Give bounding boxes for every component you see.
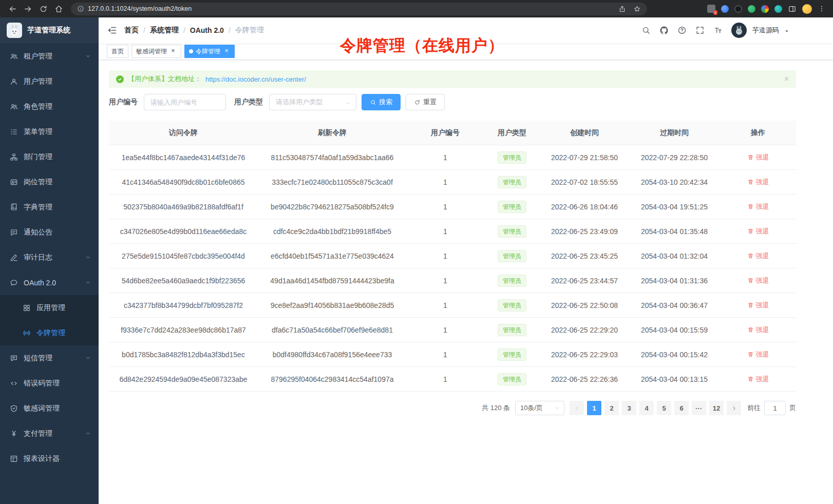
sidebar-item-角色管理[interactable]: 角色管理 <box>0 94 99 119</box>
breadcrumb-item-首页[interactable]: 首页 <box>124 26 139 35</box>
sidebar-collapse-icon[interactable] <box>107 25 117 35</box>
search-button[interactable]: 搜索 <box>362 94 401 110</box>
cell-user-id: 1 <box>407 367 484 391</box>
force-logout-button[interactable]: 强退 <box>747 202 769 211</box>
cell-action: 强退 <box>720 244 796 268</box>
sidebar-item-令牌管理[interactable]: 令牌管理 <box>0 320 99 345</box>
tab-首页[interactable]: 首页 <box>107 45 128 58</box>
user-type-badge: 管理员 <box>498 176 526 188</box>
side-panel-icon[interactable] <box>788 5 797 13</box>
extension-icon-6[interactable] <box>774 5 782 13</box>
prev-page-button[interactable] <box>570 401 584 415</box>
tab-close-icon[interactable]: × <box>169 48 177 55</box>
tab-敏感词管理[interactable]: 敏感词管理× <box>131 45 181 58</box>
sidebar-item-岗位管理[interactable]: 岗位管理 <box>0 169 99 195</box>
force-logout-button[interactable]: 强退 <box>747 276 769 285</box>
page-button-1[interactable]: 1 <box>587 401 601 415</box>
sidebar-item-错误码管理[interactable]: 错误码管理 <box>0 371 99 396</box>
force-logout-button[interactable]: 强退 <box>747 251 769 261</box>
sidebar-item-label: 字典管理 <box>24 203 52 212</box>
reload-button[interactable] <box>36 2 50 16</box>
browser-menu-icon[interactable] <box>818 5 826 13</box>
force-logout-button[interactable]: 强退 <box>747 325 769 335</box>
sidebar-item-通知公告[interactable]: 通知公告 <box>0 220 99 245</box>
chevron-down-icon <box>85 254 91 261</box>
fullscreen-icon[interactable] <box>695 26 705 35</box>
pagination: 共 120 条 10条/页 123456•••12 前往 页 <box>109 401 796 415</box>
extension-icon-5[interactable] <box>761 5 769 13</box>
breadcrumb-item-OAuth 2.0[interactable]: OAuth 2.0 <box>190 26 224 34</box>
page-button-6[interactable]: 6 <box>674 401 689 415</box>
sidebar-item-敏感词管理[interactable]: 敏感词管理 <box>0 396 99 421</box>
share-icon[interactable] <box>618 5 626 13</box>
reset-button[interactable]: 重置 <box>406 94 445 110</box>
sidebar-item-短信管理[interactable]: 短信管理 <box>0 345 99 371</box>
bookmark-star-icon[interactable] <box>633 5 641 13</box>
column-header-创建时间: 创建时间 <box>540 121 629 145</box>
next-page-button[interactable] <box>727 401 741 415</box>
page-size-select[interactable]: 10条/页 <box>515 401 564 415</box>
user-type-select[interactable]: 请选择用户类型 <box>269 94 356 110</box>
force-logout-button[interactable]: 强退 <box>747 350 769 359</box>
sidebar-item-应用管理[interactable]: 应用管理 <box>0 295 99 320</box>
search-icon[interactable] <box>641 26 651 35</box>
extension-icon-4[interactable] <box>748 5 755 13</box>
page-button-5[interactable]: 5 <box>657 401 671 415</box>
sidebar-item-label: 审计日志 <box>24 253 52 262</box>
home-button[interactable] <box>51 2 66 16</box>
site-info-icon[interactable] <box>77 5 84 12</box>
force-logout-button[interactable]: 强退 <box>747 153 769 162</box>
sidebar-item-审计日志[interactable]: 审计日志 <box>0 245 99 270</box>
sidebar-item-字典管理[interactable]: 字典管理 <box>0 195 99 220</box>
sidebar-item-报表设计器[interactable]: 报表设计器 <box>0 446 99 471</box>
font-size-icon[interactable] <box>713 26 723 35</box>
sidebar-item-支付管理[interactable]: 支付管理 <box>0 421 99 446</box>
back-button[interactable] <box>5 2 20 16</box>
tab-令牌管理[interactable]: 令牌管理× <box>184 45 235 58</box>
extension-icon-1[interactable] <box>707 5 715 13</box>
page-ellipsis[interactable]: ••• <box>692 401 706 415</box>
sidebar-item-用户管理[interactable]: 用户管理 <box>0 69 99 94</box>
user-avatar[interactable] <box>731 23 747 38</box>
github-icon[interactable] <box>659 26 669 35</box>
logo[interactable]: 芋道管理系统 <box>0 17 99 43</box>
page-button-3[interactable]: 3 <box>622 401 636 415</box>
page-button-12[interactable]: 12 <box>709 401 724 415</box>
doc-link[interactable]: https://doc.iocoder.cn/user-center/ <box>205 75 306 83</box>
user-id-label: 用户编号 <box>109 98 138 107</box>
page-button-4[interactable]: 4 <box>639 401 654 415</box>
token-icon <box>23 329 31 337</box>
sidebar-item-OAuth 2.0[interactable]: OAuth 2.0 <box>0 270 99 295</box>
sidebar-item-租户管理[interactable]: 租户管理 <box>0 44 99 69</box>
extension-icon-2[interactable] <box>721 5 729 13</box>
goto-page-input[interactable] <box>764 401 786 415</box>
log-icon <box>10 254 18 262</box>
username[interactable]: 芋道源码 <box>752 26 779 35</box>
url-text[interactable]: 127.0.0.1:1024/system/oauth2/token <box>88 5 192 12</box>
force-logout-button[interactable]: 强退 <box>747 375 769 384</box>
sidebar-item-菜单管理[interactable]: 菜单管理 <box>0 119 99 144</box>
cell-refresh-token: 49d1aa46d1454fbd87591444423be9fa <box>258 268 407 293</box>
column-header-过期时间: 过期时间 <box>629 121 720 145</box>
sidebar-item-部门管理[interactable]: 部门管理 <box>0 144 99 169</box>
user-id-input[interactable] <box>144 94 226 110</box>
url-bar[interactable]: 127.0.0.1:1024/system/oauth2/token <box>71 3 647 15</box>
force-logout-button[interactable]: 强退 <box>747 178 769 187</box>
tab-close-icon[interactable]: × <box>223 48 230 55</box>
trash-icon <box>747 179 754 185</box>
url-actions <box>618 5 641 13</box>
cell-expire-time: 2054-03-04 00:15:42 <box>629 342 720 366</box>
browser-profile-avatar[interactable] <box>802 4 812 14</box>
help-icon[interactable] <box>677 26 687 35</box>
breadcrumb-item-系统管理[interactable]: 系统管理 <box>150 26 179 35</box>
extension-icon-3[interactable] <box>734 5 742 13</box>
chevron-down-icon[interactable] <box>784 27 790 33</box>
forward-button[interactable] <box>21 2 35 16</box>
page-buttons: 123456•••12 <box>570 401 741 415</box>
sidebar: 芋道管理系统 租户管理用户管理角色管理菜单管理部门管理岗位管理字典管理通知公告审… <box>0 17 99 504</box>
force-logout-button[interactable]: 强退 <box>747 301 769 310</box>
force-logout-button[interactable]: 强退 <box>747 227 769 236</box>
cell-expire-time: 2022-07-29 22:28:50 <box>629 145 720 169</box>
page-button-2[interactable]: 2 <box>604 401 619 415</box>
alert-close-icon[interactable]: × <box>784 75 789 83</box>
